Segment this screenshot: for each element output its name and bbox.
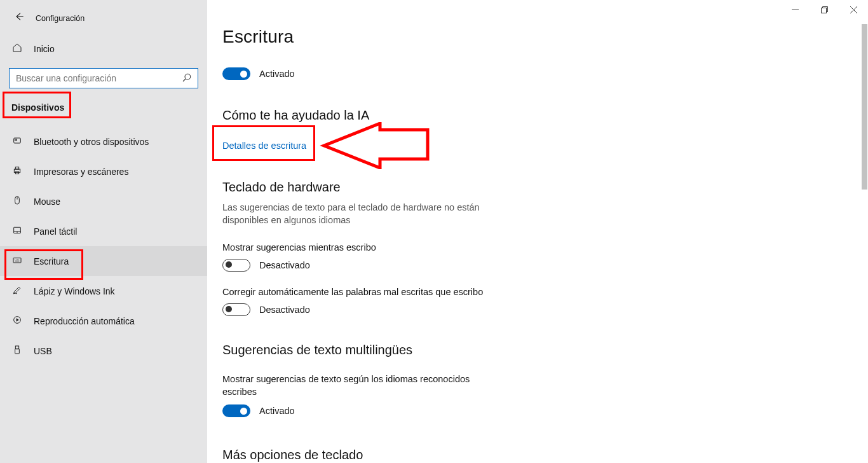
svg-rect-2 — [15, 139, 17, 141]
settings-sidebar: Configuración Inicio Dispositivos Blueto… — [0, 0, 207, 463]
setting-label: Mostrar sugerencias mientras escribo — [222, 242, 843, 252]
keyboard-icon — [11, 255, 23, 267]
scrollbar[interactable] — [860, 0, 868, 463]
sidebar-item-label: Impresoras y escáneres — [34, 167, 128, 177]
svg-rect-12 — [821, 8, 826, 13]
settings-content: Escritura . Activado Cómo te ha ayudado … — [207, 0, 868, 463]
bluetooth-icon — [11, 135, 23, 148]
toggle-state-label: Activado — [259, 406, 295, 416]
section-heading-ai: Cómo te ha ayudado la IA — [222, 108, 843, 123]
autoplay-icon — [11, 315, 23, 327]
printer-icon — [11, 165, 23, 177]
svg-rect-11 — [15, 349, 20, 354]
sidebar-category-header: Dispositivos — [0, 97, 207, 118]
sidebar-item-label: Panel táctil — [34, 226, 77, 237]
setting-label: Mostrar sugerencias de texto según los i… — [222, 373, 489, 399]
home-icon — [11, 43, 23, 55]
svg-rect-10 — [15, 346, 18, 349]
sidebar-item-bluetooth[interactable]: Bluetooth y otros dispositivos — [0, 127, 207, 156]
close-button[interactable] — [839, 0, 868, 19]
window-controls — [780, 0, 868, 19]
svg-rect-3 — [14, 169, 20, 172]
sidebar-item-printers[interactable]: Impresoras y escáneres — [0, 156, 207, 186]
toggle-state-label: Desactivado — [259, 260, 310, 270]
toggle-state-label: Activado — [259, 69, 295, 79]
pen-icon — [11, 285, 23, 297]
maximize-button[interactable] — [810, 0, 839, 19]
sidebar-item-touchpad[interactable]: Panel táctil — [0, 216, 207, 246]
sidebar-item-label: Mouse — [34, 197, 60, 207]
scrollbar-thumb[interactable] — [862, 24, 867, 190]
toggle-show-suggestions[interactable] — [222, 259, 250, 272]
sidebar-item-typing[interactable]: Escritura — [0, 246, 207, 276]
svg-rect-4 — [15, 167, 18, 169]
section-heading-more-keyboard: Más opciones de teclado — [222, 448, 843, 462]
back-button[interactable] — [14, 11, 24, 25]
minimize-button[interactable] — [780, 0, 810, 19]
search-input[interactable] — [9, 68, 198, 88]
window-title: Configuración — [36, 14, 85, 23]
toggle-autocorrect[interactable] — [222, 303, 250, 316]
sidebar-item-label: USB — [34, 346, 52, 356]
mouse-icon — [11, 195, 23, 207]
sidebar-item-pen[interactable]: Lápiz y Windows Ink — [0, 276, 207, 306]
section-heading-hardware-keyboard: Teclado de hardware — [222, 180, 843, 195]
section-heading-multilingual: Sugerencias de texto multilingües — [222, 343, 843, 357]
svg-point-0 — [185, 74, 191, 79]
toggle-state-label: Desactivado — [259, 305, 310, 315]
sidebar-item-label: Escritura — [34, 256, 69, 266]
sidebar-item-mouse[interactable]: Mouse — [0, 186, 207, 216]
page-title: Escritura — [222, 0, 843, 53]
setting-label: Corregir automáticamente las palabras ma… — [222, 287, 843, 297]
usb-icon — [11, 345, 23, 357]
sidebar-item-label: Reproducción automática — [34, 316, 135, 326]
sidebar-item-label: Lápiz y Windows Ink — [34, 286, 115, 296]
toggle-multilingual[interactable] — [222, 404, 250, 417]
sidebar-home[interactable]: Inicio — [0, 25, 207, 62]
section-description: Las sugerencias de texto para el teclado… — [222, 201, 489, 227]
sidebar-item-label: Bluetooth y otros dispositivos — [34, 137, 149, 147]
svg-rect-8 — [13, 258, 21, 263]
search-icon — [182, 73, 192, 85]
sidebar-home-label: Inicio — [34, 44, 55, 54]
touchpad-icon — [11, 225, 23, 237]
sidebar-item-usb[interactable]: USB — [0, 336, 207, 366]
link-typing-details[interactable]: Detalles de escritura — [222, 134, 306, 156]
toggle-period-doublespace[interactable] — [222, 67, 250, 80]
sidebar-item-autoplay[interactable]: Reproducción automática — [0, 306, 207, 336]
